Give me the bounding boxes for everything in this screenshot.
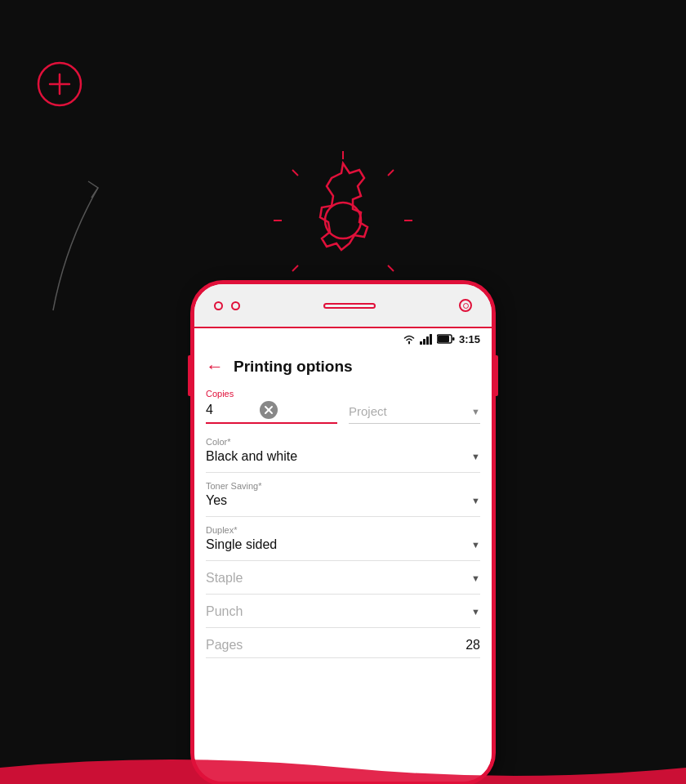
project-field[interactable]: Project ▼ — [349, 404, 480, 424]
form-content: Copies Project — [194, 385, 492, 658]
page-title: Printing options — [234, 358, 353, 376]
color-field[interactable]: Color* Black and white ▼ — [206, 429, 480, 473]
svg-rect-16 — [430, 334, 432, 345]
copies-label: Copies — [206, 389, 337, 399]
pages-row: Pages 28 — [206, 628, 480, 658]
copies-field: Copies — [206, 389, 337, 424]
svg-rect-18 — [438, 336, 449, 342]
app-header: ← Printing options — [194, 350, 492, 385]
pages-value: 28 — [466, 638, 480, 653]
battery-icon — [437, 334, 455, 344]
toner-saving-label: Toner Saving* — [206, 481, 480, 491]
svg-line-9 — [388, 265, 394, 271]
toner-saving-dropdown-arrow: ▼ — [471, 496, 480, 506]
phone-dot-2 — [231, 301, 240, 310]
project-dropdown-arrow: ▼ — [471, 407, 480, 416]
phone-dot-1 — [214, 301, 223, 310]
wifi-icon — [403, 333, 416, 345]
svg-point-1 — [325, 203, 361, 238]
status-time: 3:15 — [459, 333, 480, 345]
svg-line-7 — [388, 170, 394, 176]
svg-line-6 — [292, 170, 298, 176]
phone-screen: 3:15 ← Printing options Copies — [194, 327, 492, 782]
duplex-label: Duplex* — [206, 525, 480, 535]
back-button[interactable]: ← — [206, 356, 224, 377]
phone-top-hardware — [194, 284, 492, 327]
phone-camera — [459, 299, 472, 312]
status-bar: 3:15 — [194, 328, 492, 350]
plus-icon[interactable] — [37, 61, 82, 107]
svg-rect-19 — [452, 337, 455, 341]
punch-dropdown-arrow: ▼ — [471, 607, 480, 617]
phone-frame: 3:15 ← Printing options Copies — [192, 282, 494, 784]
punch-field[interactable]: Punch ▼ — [206, 595, 480, 628]
duplex-field[interactable]: Duplex* Single sided ▼ — [206, 517, 480, 561]
copies-input[interactable] — [206, 403, 255, 417]
color-dropdown-arrow: ▼ — [471, 452, 480, 461]
color-value: Black and white — [206, 449, 297, 464]
clear-button[interactable] — [260, 401, 278, 419]
phone-speaker — [323, 303, 376, 309]
staple-dropdown-arrow: ▼ — [471, 573, 480, 583]
phone-side-button-left — [188, 355, 191, 396]
project-placeholder: Project — [349, 404, 471, 418]
toner-saving-value: Yes — [206, 493, 227, 508]
svg-line-8 — [292, 265, 298, 271]
svg-rect-14 — [423, 339, 425, 345]
svg-rect-15 — [426, 336, 429, 345]
pages-label: Pages — [206, 638, 243, 653]
punch-label: Punch — [206, 604, 243, 619]
duplex-value: Single sided — [206, 537, 277, 552]
toner-saving-field[interactable]: Toner Saving* Yes ▼ — [206, 473, 480, 517]
color-label: Color* — [206, 437, 480, 447]
phone-side-button-right — [495, 355, 498, 396]
staple-field[interactable]: Staple ▼ — [206, 561, 480, 595]
staple-label: Staple — [206, 571, 243, 586]
duplex-dropdown-arrow: ▼ — [471, 540, 480, 550]
bottom-decoration — [0, 751, 686, 784]
signal-icon — [420, 333, 433, 345]
svg-rect-13 — [420, 341, 422, 345]
